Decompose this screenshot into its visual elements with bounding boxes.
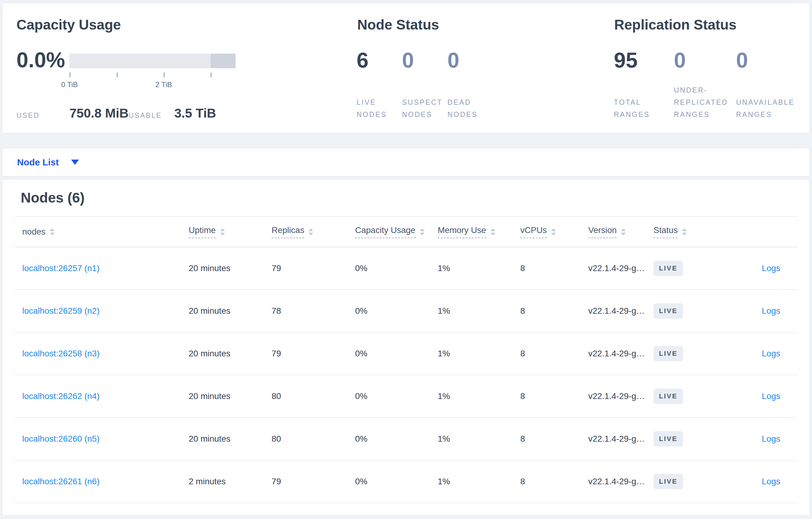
column-header-memory-use[interactable]: Memory Use: [436, 225, 519, 238]
logs-link[interactable]: Logs: [762, 306, 780, 315]
column-header-nodes-label: nodes: [22, 227, 46, 237]
status-badge: LIVE: [654, 474, 683, 489]
sort-icon: [551, 228, 556, 236]
version-cell: v22.1.4-29-g…: [587, 349, 652, 359]
node-list-dropdown-label[interactable]: Node List: [17, 157, 59, 167]
vcpus-cell: 8: [519, 434, 587, 444]
vcpus-cell: 8: [519, 391, 587, 401]
logs-link[interactable]: Logs: [762, 264, 780, 273]
cluster-overview-page: Capacity Usage Node Status Replication S…: [0, 0, 812, 518]
node-address-cell: localhost:26259 (n2): [14, 306, 187, 316]
node-address-link[interactable]: localhost:26257 (n1): [22, 264, 100, 273]
suspect-nodes-label: SUSPECT NODES: [402, 96, 442, 121]
logs-cell: Logs: [725, 434, 798, 444]
column-header-memory-use-label: Memory Use: [438, 225, 486, 238]
gauge-tick-label-0: 0 TiB: [61, 81, 78, 89]
node-address-link[interactable]: localhost:26259 (n2): [22, 306, 100, 315]
node-address-cell: localhost:26260 (n5): [14, 434, 187, 444]
replicas-cell: 78: [270, 306, 354, 316]
status-cell: LIVE: [652, 389, 725, 404]
logs-link[interactable]: Logs: [762, 477, 780, 486]
status-cell: LIVE: [652, 346, 725, 361]
uptime-cell: 20 minutes: [187, 306, 270, 316]
unavailable-ranges-value: 0: [736, 49, 748, 72]
column-header-vcpus-label: vCPUs: [520, 225, 547, 238]
logs-link[interactable]: Logs: [762, 349, 780, 358]
sort-icon: [490, 228, 495, 236]
column-header-status[interactable]: Status: [652, 225, 725, 238]
column-header-status-label: Status: [654, 225, 677, 238]
uptime-cell: 20 minutes: [187, 264, 270, 273]
table-row: localhost:26258 (n3) 20 minutes 79 0% 1%…: [14, 333, 798, 375]
unavailable-ranges-stat: 0 UNAVAILABLE RANGES: [736, 3, 806, 133]
table-row: localhost:26261 (n6) 2 minutes 79 0% 1% …: [14, 460, 798, 503]
sort-icon: [220, 228, 225, 236]
node-address-cell: localhost:26258 (n3): [14, 349, 187, 359]
dead-nodes-label: DEAD NODES: [447, 96, 477, 121]
status-cell: LIVE: [652, 474, 725, 489]
node-address-cell: localhost:26257 (n1): [14, 264, 187, 273]
status-cell: LIVE: [652, 431, 725, 447]
version-cell: v22.1.4-29-g…: [587, 264, 652, 273]
capacity-gauge: 0 TiB 2 TiB: [69, 54, 236, 68]
gauge-tick-0: [69, 72, 70, 78]
column-header-replicas[interactable]: Replicas: [270, 225, 354, 238]
column-header-uptime[interactable]: Uptime: [187, 225, 270, 238]
node-list-dropdown[interactable]: Node List: [2, 148, 810, 177]
replicas-cell: 80: [270, 391, 354, 401]
capacity-cell: 0%: [354, 306, 436, 316]
used-label: USED: [17, 112, 40, 120]
under-replicated-ranges-stat: 0 UNDER- REPLICATED RANGES: [674, 3, 736, 133]
sort-icon: [682, 228, 687, 236]
status-cell: LIVE: [652, 303, 725, 318]
capacity-cell: 0%: [354, 434, 436, 444]
nodes-table-card: Nodes (6) nodes Uptime Replicas Capacity…: [2, 179, 810, 516]
total-ranges-value: 95: [614, 49, 638, 72]
logs-cell: Logs: [725, 391, 798, 401]
logs-cell: Logs: [725, 306, 798, 316]
status-badge: LIVE: [654, 303, 683, 318]
uptime-cell: 2 minutes: [187, 477, 270, 486]
status-badge: LIVE: [654, 346, 683, 361]
sort-icon: [309, 228, 313, 236]
usable-value: 3.5 TiB: [174, 106, 216, 121]
sort-icon: [621, 228, 626, 236]
gauge-tick-label-2: 2 TiB: [155, 81, 172, 89]
node-address-link[interactable]: localhost:26261 (n6): [22, 477, 100, 486]
usable-label: USABLE: [128, 112, 162, 120]
node-address-link[interactable]: localhost:26260 (n5): [22, 434, 100, 444]
nodes-table-title: Nodes (6): [21, 190, 798, 206]
vcpus-cell: 8: [519, 306, 587, 316]
gauge-tick-2: [164, 72, 165, 78]
sort-icon: [50, 228, 55, 236]
total-ranges-stat: 95 TOTAL RANGES: [614, 3, 674, 133]
capacity-cell: 0%: [354, 391, 436, 401]
column-header-replicas-label: Replicas: [271, 225, 304, 238]
nodes-table-header: nodes Uptime Replicas Capacity Usage Mem…: [14, 217, 798, 247]
memory-cell: 1%: [436, 306, 519, 316]
node-address-link[interactable]: localhost:26262 (n4): [22, 391, 100, 401]
under-replicated-ranges-value: 0: [674, 49, 686, 72]
capacity-cell: 0%: [354, 349, 436, 359]
memory-cell: 1%: [436, 434, 519, 444]
column-header-nodes[interactable]: nodes: [14, 227, 187, 237]
column-header-version[interactable]: Version: [587, 225, 652, 238]
status-badge: LIVE: [654, 431, 683, 447]
column-header-capacity-usage[interactable]: Capacity Usage: [354, 225, 436, 238]
node-address-link[interactable]: localhost:26258 (n3): [22, 349, 100, 358]
table-row: localhost:26257 (n1) 20 minutes 79 0% 1%…: [14, 247, 798, 290]
replicas-cell: 80: [270, 434, 354, 444]
version-cell: v22.1.4-29-g…: [587, 477, 652, 486]
node-status-stats: 6 LIVE NODES 0 SUSPECT NODES 0 DEAD NODE…: [357, 3, 493, 133]
replicas-cell: 79: [270, 477, 354, 486]
logs-link[interactable]: Logs: [762, 434, 780, 444]
version-cell: v22.1.4-29-g…: [587, 306, 652, 316]
column-header-vcpus[interactable]: vCPUs: [519, 225, 587, 238]
version-cell: v22.1.4-29-g…: [587, 434, 652, 444]
memory-cell: 1%: [436, 391, 519, 401]
table-row: localhost:26262 (n4) 20 minutes 80 0% 1%…: [14, 375, 798, 418]
suspect-nodes-stat: 0 SUSPECT NODES: [402, 3, 447, 133]
dead-nodes-value: 0: [447, 49, 459, 72]
replicas-cell: 79: [270, 349, 354, 359]
logs-link[interactable]: Logs: [762, 391, 780, 401]
